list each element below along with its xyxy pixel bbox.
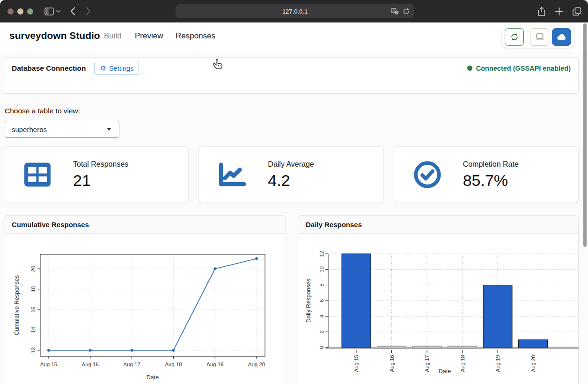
- url-text: 127.0.0.1: [282, 8, 308, 15]
- stat-card-total-responses: Total Responses 21: [4, 146, 189, 203]
- svg-text:Aug 16: Aug 16: [82, 362, 99, 367]
- address-bar[interactable]: 127.0.0.1 A文: [176, 4, 414, 18]
- app-header: surveydown Studio Build Preview Response…: [0, 22, 588, 52]
- stat-label: Daily Average: [268, 160, 314, 169]
- settings-button-label: Settings: [109, 65, 133, 72]
- stat-value: 21: [73, 171, 128, 190]
- zoom-window-button[interactable]: [27, 8, 33, 15]
- database-connection-card: Database Connection ⚙ Settings Connected…: [4, 57, 579, 94]
- cumulative-responses-chart: 1214161820Aug 15Aug 16Aug 17Aug 18Aug 19…: [6, 235, 287, 384]
- cloud-icon: [556, 32, 567, 42]
- svg-text:Aug 16: Aug 16: [389, 355, 395, 372]
- svg-text:12: 12: [30, 347, 36, 354]
- daily-responses-card: Daily Responses 024681012Aug 15Aug 16Aug…: [298, 215, 579, 384]
- svg-text:Aug 15: Aug 15: [353, 355, 359, 372]
- close-window-button[interactable]: [7, 8, 14, 15]
- select-caret-icon: [107, 128, 111, 131]
- scrollbar-thumb[interactable]: [583, 23, 587, 247]
- gear-icon: ⚙: [100, 65, 106, 72]
- svg-text:Aug 19: Aug 19: [206, 362, 223, 367]
- svg-text:4: 4: [319, 315, 324, 318]
- table-select-value: superheros: [12, 126, 47, 133]
- forward-icon[interactable]: [86, 7, 91, 15]
- stat-label: Completion Rate: [463, 160, 519, 169]
- deploy-cloud-button[interactable]: [552, 28, 571, 46]
- svg-text:Aug 17: Aug 17: [424, 355, 430, 372]
- preview-on-device-button[interactable]: [530, 28, 549, 46]
- stat-label: Total Responses: [73, 160, 128, 169]
- svg-text:Aug 18: Aug 18: [460, 355, 465, 372]
- connection-status-text: Connected (GSSAPI enabled): [476, 65, 571, 72]
- svg-text:16: 16: [30, 307, 36, 313]
- tab-build[interactable]: Build: [104, 31, 122, 41]
- stat-value: 4.2: [268, 171, 314, 190]
- cumulative-responses-card: Cumulative Responses 1214161820Aug 15Aug…: [4, 215, 286, 384]
- svg-text:6: 6: [319, 299, 324, 302]
- svg-text:8: 8: [319, 283, 324, 286]
- settings-button[interactable]: ⚙ Settings: [94, 62, 139, 75]
- reload-icon[interactable]: [403, 7, 410, 15]
- tab-overview-icon[interactable]: [573, 7, 581, 16]
- database-connection-title: Database Connection: [12, 64, 86, 73]
- svg-text:文: 文: [395, 10, 398, 14]
- stat-value: 85.7%: [463, 171, 519, 190]
- chevron-down-icon[interactable]: [56, 9, 61, 13]
- svg-text:14: 14: [30, 327, 36, 333]
- svg-text:10: 10: [319, 266, 324, 273]
- svg-text:A: A: [393, 9, 395, 12]
- refresh-icon: [510, 32, 519, 42]
- svg-text:2: 2: [319, 330, 324, 333]
- svg-text:18: 18: [30, 286, 36, 292]
- svg-text:Aug 20: Aug 20: [248, 362, 265, 367]
- tab-responses[interactable]: Responses: [176, 31, 215, 41]
- sidebar-toggle-icon[interactable]: [44, 7, 54, 15]
- share-icon[interactable]: [537, 7, 546, 16]
- svg-text:Aug 18: Aug 18: [165, 362, 182, 367]
- chart-line-icon: [218, 161, 247, 188]
- new-tab-icon[interactable]: [555, 7, 563, 15]
- stat-card-completion-rate: Completion Rate 85.7%: [394, 146, 579, 203]
- minimize-window-button[interactable]: [17, 8, 23, 15]
- svg-text:0: 0: [319, 346, 324, 349]
- header-action-divider: [527, 30, 527, 44]
- laptop-icon: [535, 33, 545, 41]
- back-icon[interactable]: [70, 7, 75, 15]
- translate-icon[interactable]: A文: [391, 8, 399, 15]
- status-dot-icon: [467, 66, 472, 71]
- header-action-group: [502, 26, 574, 48]
- svg-text:Date: Date: [439, 368, 451, 375]
- refresh-button[interactable]: [505, 28, 524, 46]
- svg-text:12: 12: [319, 251, 324, 257]
- svg-text:Aug 19: Aug 19: [495, 355, 500, 372]
- table-chooser-label: Choose a table to view:: [5, 107, 80, 115]
- daily-chart-title: Daily Responses: [298, 216, 578, 234]
- check-circle-icon: [413, 160, 442, 189]
- svg-text:Aug 20: Aug 20: [530, 355, 536, 372]
- svg-text:Cumulative Responses: Cumulative Responses: [14, 275, 20, 336]
- stats-row: Total Responses 21 Daily Average 4.2 Com…: [4, 146, 579, 203]
- svg-text:Date: Date: [147, 374, 159, 381]
- cumulative-chart-title: Cumulative Responses: [4, 216, 286, 234]
- stat-card-daily-average: Daily Average 4.2: [198, 146, 383, 203]
- daily-responses-chart: 024681012Aug 15Aug 16Aug 17Aug 18Aug 19A…: [304, 237, 579, 384]
- svg-text:20: 20: [30, 266, 36, 272]
- svg-text:Aug 15: Aug 15: [40, 362, 57, 367]
- browser-titlebar: 127.0.0.1 A文: [0, 0, 588, 22]
- connection-status: Connected (GSSAPI enabled): [467, 65, 571, 72]
- svg-text:Daily Responses: Daily Responses: [305, 279, 312, 323]
- svg-text:Aug 17: Aug 17: [123, 362, 140, 367]
- app-title: surveydown Studio: [9, 30, 100, 41]
- traffic-lights: [7, 8, 33, 15]
- table-icon: [23, 162, 52, 188]
- tab-preview[interactable]: Preview: [135, 31, 163, 41]
- table-select-dropdown[interactable]: superheros: [5, 121, 119, 138]
